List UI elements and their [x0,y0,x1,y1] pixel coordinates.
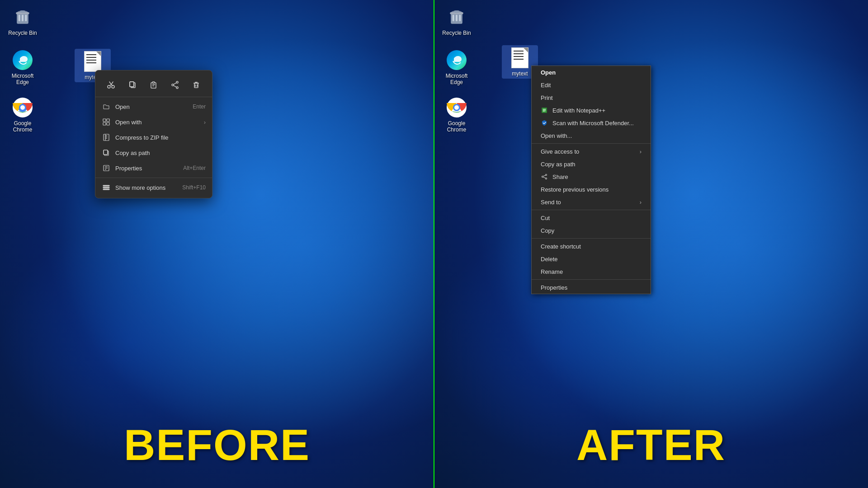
svg-rect-31 [107,119,109,122]
menu-copy-after[interactable]: Copy [532,224,651,237]
menu-restore-after[interactable]: Restore previous versions [532,183,651,196]
properties-icon [102,164,111,173]
menu-sendto-after[interactable]: Send to › [532,196,651,208]
edge-logo-after [447,50,467,70]
text-file-img-before [84,51,101,72]
menu-delete-after[interactable]: Delete [532,253,651,265]
menu-copypath-before[interactable]: Copy as path [95,145,212,160]
menu-cut-label: Cut [541,215,642,221]
openwith-icon [102,117,111,127]
menu-toolbar [95,73,212,97]
menu-properties-before[interactable]: Properties Alt+Enter [95,160,212,176]
edge-label-after: MicrosoftEdge [446,73,468,86]
svg-point-64 [546,174,547,176]
recycle-bin-svg-before [13,7,33,27]
after-label: AFTER [576,420,726,470]
svg-line-13 [110,84,112,86]
svg-rect-55 [454,10,459,13]
menu-giveaccess-after[interactable]: Give access to › [532,145,651,158]
svg-point-65 [546,178,547,179]
svg-rect-16 [130,82,134,87]
svg-rect-18 [151,83,156,88]
recycle-bin-svg-after [447,7,467,27]
copypath-icon [102,148,111,157]
recycle-bin-icon-after[interactable]: Recycle Bin [439,5,475,38]
menu-openwith-after[interactable]: Open with... [532,129,651,142]
openwith-arrow: › [204,119,206,126]
more-icon [102,183,111,192]
menu-restore-label: Restore previous versions [541,186,642,193]
toolbar-cut[interactable] [103,77,119,93]
svg-rect-53 [459,15,461,22]
menu-openwith-before[interactable]: Open with › [95,114,212,130]
svg-point-58 [454,105,459,110]
chrome-logo-after [447,98,467,117]
textfile-label-after: mytext [512,70,528,77]
toolbar-delete[interactable] [188,77,204,93]
chrome-icon-before[interactable]: GoogleChrome [5,95,41,135]
menu-defender-label: Scan with Microsoft Defender... [552,120,642,127]
svg-line-25 [174,83,176,84]
context-menu-after: Open Edit Print Edit with Notepad++ [531,66,651,294]
menu-defender-after[interactable]: Scan with Microsoft Defender... [532,117,651,129]
svg-rect-33 [107,122,109,125]
menu-sendto-label: Send to [541,199,635,206]
menu-edit-after[interactable]: Edit [532,79,651,91]
edge-label-before: MicrosoftEdge [12,73,34,86]
menu-notepadpp-label: Edit with Notepad++ [552,107,642,114]
notepad-icon [541,107,548,114]
menu-createshortcut-after[interactable]: Create shortcut [532,240,651,253]
menu-print-after[interactable]: Print [532,91,651,104]
menu-moreoptions-shortcut: Shift+F10 [182,184,206,191]
svg-point-23 [176,87,178,89]
menu-notepadpp-after[interactable]: Edit with Notepad++ [532,104,651,117]
menu-giveaccess-label: Give access to [541,148,635,155]
menu-createshortcut-label: Create shortcut [541,243,642,250]
svg-point-10 [20,105,25,110]
svg-rect-6 [20,10,25,13]
menu-print-label: Print [541,94,642,101]
menu-cut-after[interactable]: Cut [532,211,651,224]
menu-openwith-label-after: Open with... [541,132,642,139]
after-wave [434,0,868,488]
chrome-label-before: GoogleChrome [13,120,33,133]
context-menu-before: Open Enter Open with › [95,70,212,198]
chrome-logo-before [13,98,33,117]
separator-2 [532,210,651,210]
menu-moreoptions-before[interactable]: Show more options Shift+F10 [95,180,212,195]
menu-open-after[interactable]: Open [532,66,651,79]
sendto-arrow: › [640,199,642,206]
menu-open-before[interactable]: Open Enter [95,99,212,114]
svg-rect-19 [152,82,155,83]
toolbar-copy[interactable] [124,77,141,93]
edge-icon-after[interactable]: MicrosoftEdge [439,47,475,88]
menu-separator-before [95,178,212,178]
svg-rect-30 [103,119,106,122]
menu-openwith-label: Open with [115,119,199,126]
svg-point-12 [112,85,114,88]
svg-point-66 [542,176,543,178]
menu-rename-after[interactable]: Rename [532,265,651,278]
recycle-bin-icon-before[interactable]: Recycle Bin [5,5,41,38]
separator-4 [532,279,651,280]
edge-icon-before[interactable]: MicrosoftEdge [5,47,41,88]
menu-copypath-after[interactable]: Copy as path [532,158,651,170]
open-icon [102,102,111,111]
svg-line-68 [543,177,546,178]
svg-line-67 [543,175,546,176]
defender-icon [541,119,548,127]
svg-rect-32 [103,122,106,125]
svg-point-22 [176,81,178,83]
toolbar-share[interactable] [167,77,183,93]
menu-share-after[interactable]: Share [532,170,651,183]
svg-point-24 [172,84,174,86]
svg-rect-48 [103,189,109,190]
menu-compress-before[interactable]: Compress to ZIP file [95,130,212,145]
chrome-icon-after[interactable]: GoogleChrome [439,95,475,135]
share-icon [541,173,548,180]
toolbar-paste[interactable] [146,77,162,93]
before-panel: Recycle Bin MicrosoftEdge [0,0,434,488]
menu-properties-after[interactable]: Properties [532,281,651,294]
text-file-img-after [511,47,528,68]
menu-properties-shortcut: Alt+Enter [183,165,206,171]
